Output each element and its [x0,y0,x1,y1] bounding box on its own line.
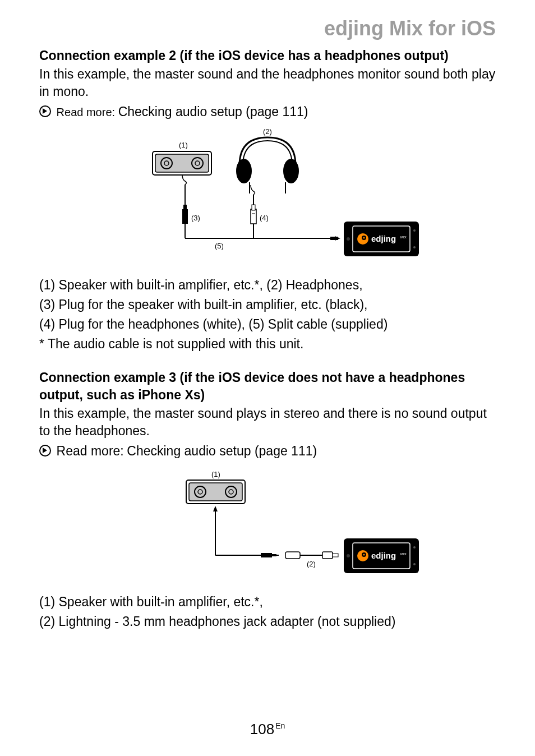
svg-point-44 [413,546,416,548]
svg-point-11 [283,159,299,183]
readmore-link[interactable]: Checking audio setup (page 111) [118,104,308,119]
svg-rect-36 [276,555,279,556]
svg-point-20 [347,237,350,241]
speaker-icon [186,480,245,504]
svg-rect-13 [251,209,256,224]
section2-legend-1: (2) Lightning - 3.5 mm headphones jack a… [39,613,496,630]
figure-2: (1) (2) [39,465,496,586]
svg-point-48 [363,554,365,555]
page-lang: En [275,721,285,730]
svg-point-45 [413,563,416,565]
svg-rect-35 [272,554,276,556]
fig2-label-1: (1) [211,470,220,478]
svg-rect-27 [189,483,242,501]
figure-1: (1) (3) (2) [39,126,496,269]
readmore-icon [39,105,51,117]
figure1-svg: (1) (3) (2) [110,126,425,266]
svg-point-10 [236,159,252,183]
readmore-label: Read more: [57,106,116,118]
device-brand: edjing [371,234,396,243]
readmore-link[interactable]: Checking audio setup (page 111) [127,444,317,458]
svg-rect-37 [285,552,300,559]
svg-rect-17 [330,237,338,240]
page-footer: 108En [0,721,535,738]
svg-rect-39 [322,552,333,559]
section1-legend-0: (1) Speaker with built-in amplifier, etc… [39,276,496,294]
svg-rect-34 [261,553,272,557]
svg-point-22 [413,246,416,248]
svg-point-21 [413,229,416,232]
cable-squiggle2-icon [251,185,255,195]
section2-para: In this example, the master sound plays … [39,405,496,440]
arrowhead-up-icon [213,506,218,511]
section1-legend-1: (3) Plug for the speaker with built-in a… [39,296,496,314]
white-plug-icon [251,205,256,224]
figure2-svg: (1) (2) [110,465,425,583]
fig1-label-5: (5) [215,242,224,250]
fig2-label-2: (2) [307,560,316,568]
fig1-label-1: (1) [179,141,188,149]
section1-heading: Connection example 2 (if the iOS device … [39,47,496,64]
svg-point-25 [363,237,365,239]
svg-rect-14 [252,205,255,210]
svg-rect-40 [333,554,338,557]
svg-rect-7 [182,209,188,224]
speaker-icon [153,151,211,175]
svg-rect-8 [183,205,187,210]
section2-legend-0: (1) Speaker with built-in amplifier, etc… [39,593,496,611]
readmore-icon [39,445,51,457]
black-plug-icon [182,205,188,224]
headphones-icon [236,137,299,193]
section1-readmore: Read more: Checking audio setup (page 11… [39,103,496,121]
fig1-label-2: (2) [263,127,272,136]
device-brand-sup: MIX [400,552,407,556]
jack-plug-icon [261,553,279,557]
section2-heading: Connection example 3 (if the iOS device … [39,369,496,404]
section2-readmore: Read more: Checking audio setup (page 11… [39,442,496,460]
fig1-label-3: (3) [191,214,200,222]
lightning-adapter-icon [285,552,338,559]
svg-rect-1 [155,154,209,172]
section1-legend-3: * The audio cable is not supplied with t… [39,335,496,353]
page-number: 108 [250,721,274,737]
cable-squiggle-icon [182,175,187,185]
device-brand-sup: MIX [400,236,407,239]
device-brand: edjing [371,551,396,560]
fig1-label-4: (4) [260,214,269,222]
svg-point-43 [347,554,350,557]
page-header: edjing Mix for iOS [39,17,496,40]
section1-para: In this example, the master sound and th… [39,66,496,100]
readmore-label: Read more: [57,444,124,458]
section1-legend-2: (4) Plug for the headphones (white), (5)… [39,316,496,333]
